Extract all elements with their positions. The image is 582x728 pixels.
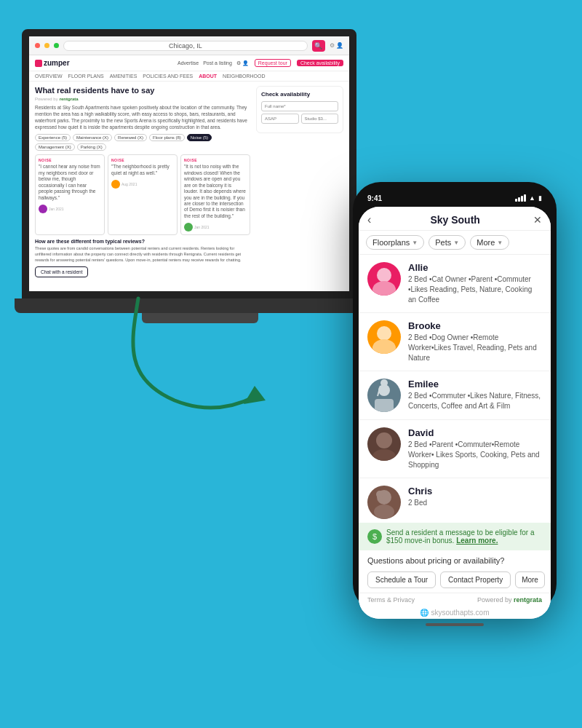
move-in-field[interactable] bbox=[261, 114, 299, 124]
browser-search-button[interactable]: 🔍 bbox=[312, 40, 325, 52]
sub-navbar: OVERVIEW FLOOR PLANS AMENITIES POLICIES … bbox=[29, 71, 349, 82]
subnav-floorplans[interactable]: FLOOR PLANS bbox=[68, 74, 104, 79]
bonus-banner: $ Send a resident a message to be eligib… bbox=[359, 523, 551, 550]
review-date-3: Jan 2021 bbox=[194, 225, 210, 229]
schedule-tour-button[interactable]: Schedule a Tour bbox=[367, 571, 436, 588]
resident-info-david: David 2 Bed •Parent •Commuter•Remote Wor… bbox=[408, 427, 542, 470]
resident-name-chris: Chris bbox=[408, 486, 542, 496]
resident-item-brooke[interactable]: Brooke 2 Bed •Dog Owner •Remote Worker•L… bbox=[359, 313, 551, 371]
tag-noise[interactable]: Noise (5) bbox=[187, 134, 212, 141]
phone-back-button[interactable]: ‹ bbox=[367, 214, 371, 226]
floorplans-chevron: ▼ bbox=[412, 240, 418, 246]
more-options-button[interactable]: More bbox=[515, 571, 545, 588]
bonus-learn-more-link[interactable]: Learn more. bbox=[456, 537, 498, 545]
noise-text-3: "It is not too noisy with the windows cl… bbox=[184, 164, 247, 219]
noise-card-3: NOISE "It is not too noisy with the wind… bbox=[180, 154, 250, 235]
subnav-about[interactable]: ABOUT bbox=[199, 74, 217, 79]
resident-avatar-david bbox=[367, 427, 401, 461]
website-url[interactable]: skysouthapts.com bbox=[431, 609, 489, 617]
pets-label: Pets bbox=[435, 238, 451, 247]
browser-extra-icons: ⚙ 👤 bbox=[330, 42, 343, 49]
reviews-section: What real residents have to say Powered … bbox=[35, 86, 250, 275]
rentgrata-footer-logo: rentgrata bbox=[514, 596, 542, 604]
browser-url: Chicago, IL bbox=[63, 41, 308, 51]
noise-label-1: NOISE bbox=[39, 158, 101, 162]
nav-icons: ⚙ 👤 bbox=[236, 60, 249, 66]
resident-item-emilee[interactable]: Emilee 2 Bed •Commuter •Likes Nature, Fi… bbox=[359, 371, 551, 420]
browser-close-dot bbox=[35, 43, 40, 48]
laptop-screen: Chicago, IL 🔍 ⚙ 👤 zumper Advertise Post … bbox=[22, 29, 356, 298]
tag-renewed[interactable]: Renewed (X) bbox=[114, 134, 147, 141]
filter-row: Floorplans ▼ Pets ▼ More ▼ bbox=[359, 231, 551, 255]
tag-parking[interactable]: Parking (X) bbox=[77, 143, 106, 151]
resident-item-david[interactable]: David 2 Bed •Parent •Commuter•Remote Wor… bbox=[359, 420, 551, 478]
resident-item-chris[interactable]: Chris 2 Bed bbox=[359, 478, 551, 523]
phone-footer: Terms & Privacy Powered by rentgrata bbox=[359, 593, 551, 606]
phone-close-button[interactable]: ✕ bbox=[533, 215, 542, 225]
powered-by-footer-label: Powered by bbox=[477, 596, 512, 604]
request-tour-button[interactable]: Request tour bbox=[255, 59, 291, 67]
resident-name-david: David bbox=[408, 427, 542, 438]
svg-point-4 bbox=[372, 339, 396, 354]
floor-plan-field[interactable] bbox=[301, 114, 339, 124]
laptop: Chicago, IL 🔍 ⚙ 👤 zumper Advertise Post … bbox=[22, 29, 378, 335]
phone-screen: ‹ Sky South ✕ Floorplans ▼ Pets ▼ More ▼ bbox=[359, 207, 551, 619]
laptop-stand bbox=[142, 313, 258, 323]
phone-home-indicator bbox=[426, 623, 484, 626]
tag-floorplans[interactable]: Floor plans (8) bbox=[149, 134, 185, 141]
pets-filter[interactable]: Pets ▼ bbox=[428, 235, 466, 250]
resident-avatar-chris bbox=[367, 486, 401, 519]
svg-point-13 bbox=[376, 491, 383, 498]
terms-privacy-link[interactable]: Terms & Privacy bbox=[367, 596, 415, 604]
nav-post-listing[interactable]: Post a listing bbox=[203, 60, 232, 66]
noise-review-cards: NOISE "I cannot hear any noise from my n… bbox=[35, 154, 250, 235]
chat-with-resident-button[interactable]: Chat with a resident bbox=[35, 266, 88, 277]
phone-time: 9:41 bbox=[367, 194, 382, 202]
noise-label-3: NOISE bbox=[184, 158, 247, 162]
review-meta-3: Jan 2021 bbox=[184, 223, 247, 232]
svg-point-12 bbox=[374, 505, 394, 519]
resident-tags-emilee: 2 Bed •Commuter •Likes Nature, Fitness, … bbox=[408, 391, 542, 411]
phone: 9:41 ▲ ▮ ‹ Sky South ✕ bbox=[353, 182, 557, 677]
subnav-overview[interactable]: OVERVIEW bbox=[35, 74, 63, 79]
full-name-field[interactable] bbox=[261, 101, 338, 111]
tag-experience[interactable]: Experience (5) bbox=[35, 134, 71, 141]
website-row: 🌐 skysouthapts.com bbox=[359, 606, 551, 619]
subnav-amenities[interactable]: AMENITIES bbox=[110, 74, 137, 79]
review-date-2: Aug 2021 bbox=[121, 182, 137, 186]
nav-advertise[interactable]: Advertise bbox=[178, 60, 199, 66]
battery-icon: ▮ bbox=[538, 194, 542, 202]
svg-marker-0 bbox=[244, 386, 266, 404]
noise-text-2: "The neighborhood is pretty quiet at nig… bbox=[111, 164, 174, 176]
rentgrata-badge: rentgrata bbox=[60, 97, 79, 101]
resident-name-allie: Allie bbox=[408, 262, 542, 273]
more-filter[interactable]: More ▼ bbox=[470, 235, 509, 250]
floorplans-label: Floorplans bbox=[372, 238, 410, 247]
noise-label-2: NOISE bbox=[111, 158, 174, 162]
tag-maintenance[interactable]: Maintenance (X) bbox=[73, 134, 112, 141]
date-floorplan-row bbox=[261, 114, 338, 126]
review-date-1: Jan 2021 bbox=[49, 207, 64, 211]
powered-by-footer: Powered by rentgrata bbox=[477, 596, 542, 604]
resident-item-allie[interactable]: Allie 2 Bed •Cat Owner •Parent •Commuter… bbox=[359, 255, 551, 313]
tag-management[interactable]: Management (X) bbox=[35, 143, 75, 151]
resident-avatar-emilee bbox=[367, 379, 401, 412]
action-buttons-row: Schedule a Tour Contact Property More bbox=[359, 568, 551, 593]
phone-screen-title: Sky South bbox=[377, 214, 533, 226]
review-meta-2: Aug 2021 bbox=[111, 180, 174, 189]
resident-name-emilee: Emilee bbox=[408, 379, 542, 389]
resident-info-brooke: Brooke 2 Bed •Dog Owner •Remote Worker•L… bbox=[408, 320, 542, 363]
reviewer-avatar-1 bbox=[39, 205, 47, 213]
resident-tags-allie: 2 Bed •Cat Owner •Parent •Commuter •Like… bbox=[408, 274, 542, 305]
svg-point-9 bbox=[376, 432, 392, 448]
contact-property-button[interactable]: Contact Property bbox=[440, 571, 511, 588]
browser-chrome: Chicago, IL 🔍 ⚙ 👤 bbox=[29, 36, 349, 55]
subnav-policies[interactable]: POLICIES AND FEES bbox=[143, 74, 193, 79]
svg-point-2 bbox=[372, 281, 396, 296]
noise-card-1: NOISE "I cannot hear any noise from my n… bbox=[35, 154, 105, 235]
subnav-neighborhood[interactable]: NEIGHBORHOOD bbox=[223, 74, 265, 79]
floorplans-filter[interactable]: Floorplans ▼ bbox=[366, 235, 424, 250]
resident-avatar-allie bbox=[367, 262, 401, 296]
check-availability-button[interactable]: Check availability bbox=[297, 60, 343, 66]
browser-max-dot bbox=[54, 43, 59, 48]
